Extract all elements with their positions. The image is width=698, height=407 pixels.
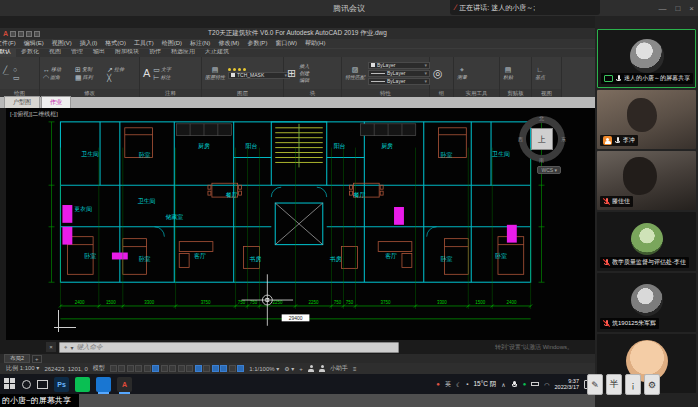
panel-label[interactable]: 特性	[342, 89, 429, 97]
network-icon[interactable]: ◠	[544, 381, 549, 388]
model-space-button[interactable]: 模型	[93, 364, 105, 373]
ribbon-tab[interactable]: 精选应用	[166, 48, 200, 57]
ribbon-tab[interactable]: 默认	[0, 48, 16, 57]
viewport-controls[interactable]: [-][俯视][二维线框]	[10, 110, 58, 119]
status-toggle[interactable]	[195, 365, 202, 372]
group-icon[interactable]: ◎	[433, 67, 443, 80]
file-tab-zuoye[interactable]: 作业	[41, 96, 71, 108]
panel-label[interactable]: 剪贴板	[500, 89, 531, 97]
menu-item[interactable]: 修改(M)	[214, 39, 243, 48]
panel-label[interactable]: 注释	[140, 89, 201, 97]
text-icon[interactable]: A	[143, 67, 150, 79]
wcs-dropdown[interactable]: WCS ▾	[537, 166, 561, 174]
command-line[interactable]: ⌖ ▾ 键入命令	[59, 342, 399, 353]
command-close-icon[interactable]: ×	[46, 342, 56, 352]
moon-icon[interactable]: ☾	[456, 381, 461, 388]
clock[interactable]: 9:37 2022/3/17	[555, 378, 579, 391]
panel-label[interactable]: 块	[284, 89, 341, 97]
rectangle-icon[interactable]: ▭	[13, 74, 20, 81]
status-toggle[interactable]	[110, 365, 117, 372]
layout-tab[interactable]: 布局2	[4, 354, 30, 363]
insert-tool[interactable]: 插入	[299, 63, 309, 69]
status-toggle[interactable]	[135, 365, 142, 372]
status-toggle[interactable]	[152, 365, 159, 372]
status-toggle[interactable]	[169, 365, 176, 372]
layer-state-icons[interactable]	[228, 68, 290, 71]
autocad-app-icon[interactable]: A	[117, 377, 132, 392]
participant-tile[interactable]: 教学质量监督与评估处-李佳	[597, 212, 696, 271]
paste-tool[interactable]: ▤粘贴	[503, 66, 513, 80]
measure-tool[interactable]: ⌖测量	[457, 66, 467, 80]
status-toggle[interactable]	[127, 365, 134, 372]
menu-item[interactable]: 帮助(H)	[301, 39, 329, 48]
close-button[interactable]: ×	[689, 4, 694, 13]
panel-label[interactable]: 图层	[202, 89, 283, 97]
ribbon-tab[interactable]: 附加模块	[110, 48, 144, 57]
status-toggle[interactable]	[229, 365, 236, 372]
minimize-button[interactable]: —	[658, 4, 666, 13]
participant-tile-video[interactable]: 滕佳佳	[597, 151, 696, 210]
file-tab-huxingtu[interactable]: 户型图	[4, 96, 40, 108]
weather-widget[interactable]: 15°C 阴	[473, 380, 496, 389]
create-block-tool[interactable]: 创建	[299, 70, 309, 76]
viewcube-top-face[interactable]: 上	[531, 128, 553, 150]
chevron-down-icon[interactable]: ▾	[70, 344, 73, 351]
language-indicator[interactable]: 英	[445, 380, 451, 389]
status-toggle[interactable]	[220, 365, 227, 372]
participant-tile-sharing[interactable]: 迷人的小唐～的屏幕共享	[597, 29, 696, 88]
edit-block-tool[interactable]: 编辑	[299, 77, 309, 83]
ribbon-tab[interactable]: 天正建筑	[200, 48, 234, 57]
photoshop-app-icon[interactable]: Ps	[54, 377, 69, 392]
status-toggle[interactable]	[212, 365, 219, 372]
pointer-tool-button[interactable]: ¡	[625, 374, 641, 395]
annotation-scale-control[interactable]: 1:1/100% ▾	[249, 365, 279, 372]
status-toggle[interactable]	[118, 365, 125, 372]
half-screen-button[interactable]: 半	[606, 374, 622, 395]
ribbon-tab[interactable]: 视图	[44, 48, 66, 57]
tray-misc-icon[interactable]: ▪	[466, 381, 468, 387]
battery-icon[interactable]	[531, 382, 539, 386]
tray-badge-icon[interactable]: ●	[436, 381, 440, 387]
ribbon-tab[interactable]: 协作	[144, 48, 166, 57]
menu-item[interactable]: 视图(V)	[48, 39, 76, 48]
erase-tool[interactable]: ╳	[107, 74, 136, 81]
status-toggle[interactable]	[186, 365, 193, 372]
layer-dropdown[interactable]: TCH_MASK ▾	[228, 72, 290, 79]
match-properties-tool[interactable]: ▨特性匹配	[345, 66, 365, 80]
ribbon-tab[interactable]: 管理	[66, 48, 88, 57]
start-button-icon[interactable]	[4, 378, 16, 390]
compass-east-label[interactable]: 东	[561, 136, 566, 142]
tray-mic-icon[interactable]	[511, 380, 518, 388]
compass-west-label[interactable]: 西	[518, 136, 523, 142]
status-toggle[interactable]	[178, 365, 185, 372]
panel-label[interactable]: 视图	[532, 89, 561, 97]
settings-button[interactable]: ⚙	[644, 374, 660, 395]
status-toggle[interactable]	[144, 365, 151, 372]
menu-item[interactable]: 格式(O)	[101, 39, 130, 48]
lineweight-dropdown[interactable]: ByLayer▾	[368, 70, 430, 77]
stretch-tool[interactable]: ↗拉伸	[107, 66, 136, 73]
task-view-icon[interactable]	[37, 380, 48, 389]
search-icon[interactable]	[22, 380, 31, 389]
panel-label[interactable]: 实用工具	[454, 89, 499, 97]
viewcube[interactable]: 北 南 东 西 上	[519, 116, 565, 162]
arc-icon[interactable]: ⌒	[3, 74, 10, 81]
new-layout-button[interactable]: +	[32, 355, 42, 363]
settings-gear-icon[interactable]: ⚙ ▾	[284, 365, 294, 372]
line-icon[interactable]: ╱	[3, 66, 10, 73]
tray-expand-icon[interactable]: ∧	[501, 381, 505, 388]
panel-label[interactable]: 组	[430, 89, 453, 97]
compass-north-label[interactable]: 北	[539, 115, 544, 121]
insert-block-icon[interactable]: ⊞	[287, 67, 296, 80]
participant-tile[interactable]: 筑190125朱军辉	[597, 273, 696, 332]
layer-properties-tool[interactable]: ▤图层特性	[205, 66, 225, 80]
move-tool[interactable]: ↔移动	[43, 66, 72, 73]
menu-item[interactable]: 参数(P)	[243, 39, 271, 48]
drawing-canvas[interactable]: [-][俯视][二维线框]	[0, 108, 595, 340]
circle-icon[interactable]: ○	[13, 66, 20, 73]
wechat-tray-icon[interactable]: ●	[523, 381, 527, 387]
ribbon-tab[interactable]: 输出	[88, 48, 110, 57]
text-tool[interactable]: ▭文字	[153, 66, 171, 73]
dimension-tool[interactable]: ⊢标注	[153, 74, 171, 81]
participant-tile-video[interactable]: 李冲	[597, 90, 696, 149]
